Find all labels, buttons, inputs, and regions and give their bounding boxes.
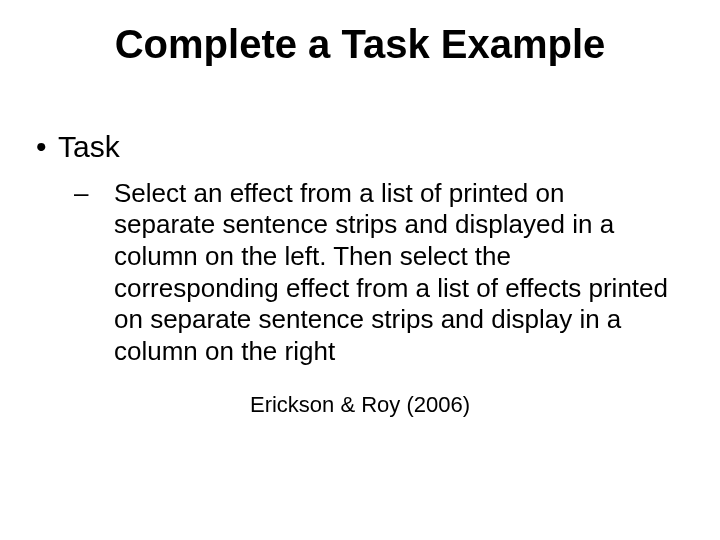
bullet-marker: • [36, 128, 58, 166]
slide-body: •Task –Select an effect from a list of p… [36, 128, 672, 368]
dash-marker: – [94, 178, 114, 210]
bullet-level-1: •Task [36, 128, 672, 166]
slide: Complete a Task Example •Task –Select an… [0, 0, 720, 540]
bullet-level-2: –Select an effect from a list of printed… [94, 178, 672, 368]
bullet-level-2-text: Select an effect from a list of printed … [114, 178, 668, 367]
bullet-level-1-text: Task [58, 130, 120, 163]
citation: Erickson & Roy (2006) [0, 392, 720, 418]
slide-title: Complete a Task Example [0, 22, 720, 66]
